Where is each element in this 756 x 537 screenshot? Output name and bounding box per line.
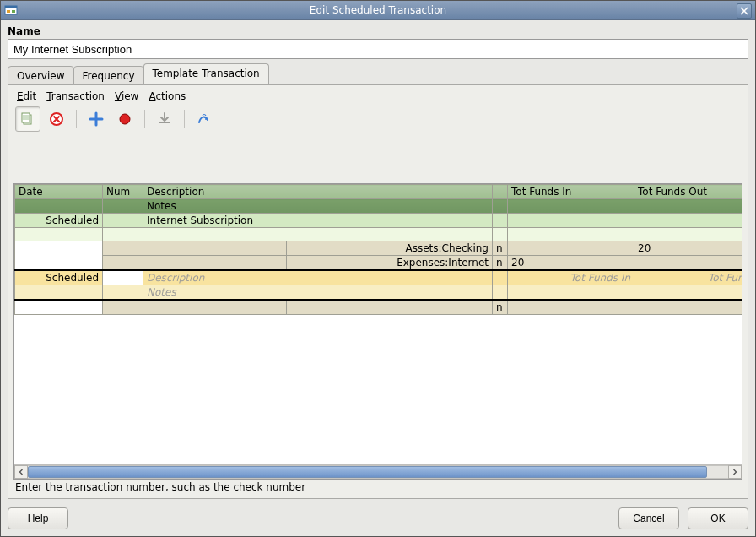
toolbar-duplicate-button[interactable] <box>15 106 40 132</box>
dialog-content: Name Overview Frequency Template Transac… <box>1 20 755 536</box>
window: Edit Scheduled Transaction Name Overview… <box>0 0 756 537</box>
split-row[interactable]: Expenses:Internet n 20 <box>15 256 742 271</box>
horizontal-scrollbar[interactable] <box>14 464 742 479</box>
titlebar: Edit Scheduled Transaction <box>1 1 755 20</box>
toolbar-add-split-button[interactable] <box>84 106 109 132</box>
svg-rect-1 <box>5 6 17 8</box>
cell-out[interactable]: Tot Funds Out <box>634 270 742 285</box>
cell-description[interactable]: Description <box>143 270 493 285</box>
col-tot-in[interactable]: Tot Funds In <box>508 185 634 199</box>
tx-row[interactable]: Scheduled Internet Subscription <box>15 214 742 228</box>
svg-rect-2 <box>7 10 10 13</box>
cell-out[interactable] <box>634 300 742 315</box>
split-row[interactable]: Assets:Checking n 20 <box>15 241 742 256</box>
cell-num[interactable] <box>103 270 143 285</box>
close-icon <box>740 7 748 15</box>
col-description[interactable]: Description <box>143 185 493 199</box>
cell-r[interactable] <box>493 214 508 228</box>
tab-overview[interactable]: Overview <box>8 66 74 85</box>
cell-account[interactable] <box>287 300 493 315</box>
cell-out[interactable] <box>634 214 742 228</box>
col-date[interactable]: Date <box>15 185 103 199</box>
col-num[interactable]: Num <box>103 185 143 199</box>
name-input[interactable] <box>8 39 748 59</box>
toolbar-separator <box>76 110 77 128</box>
ledger-scroll[interactable]: Date Num Description Tot Funds In Tot Fu… <box>14 184 742 464</box>
help-button[interactable]: Help <box>8 507 68 529</box>
delete-icon <box>48 111 65 127</box>
cell-r[interactable]: n <box>493 241 508 256</box>
cell-num[interactable] <box>103 214 143 228</box>
cell-in[interactable] <box>508 300 634 315</box>
col-r[interactable] <box>493 185 508 199</box>
duplicate-icon <box>19 111 36 127</box>
menubar: Edit Transaction View Actions <box>14 89 742 106</box>
name-label: Name <box>8 25 748 37</box>
hint-text: Enter the transaction number, such as th… <box>14 480 742 493</box>
button-row: Help Cancel OK <box>8 499 748 529</box>
add-split-icon <box>88 111 105 127</box>
menu-transaction[interactable]: Transaction <box>46 90 105 102</box>
tx-notes-row[interactable] <box>15 228 742 241</box>
scroll-left-button[interactable] <box>14 465 28 479</box>
cell-out[interactable] <box>634 256 742 271</box>
cell-in[interactable] <box>508 214 634 228</box>
toolbar-jump-button[interactable] <box>192 106 217 132</box>
cell-in[interactable] <box>508 241 634 256</box>
cell-date[interactable]: Scheduled <box>15 270 103 285</box>
cell-notes[interactable] <box>143 228 493 241</box>
cell-in[interactable]: 20 <box>508 256 634 271</box>
tab-page-template-transaction: Edit Transaction View Actions <box>8 84 748 499</box>
app-icon <box>4 3 18 17</box>
col-notes[interactable]: Notes <box>143 199 493 214</box>
tx-notes-row-blank[interactable]: Notes <box>15 285 742 301</box>
scroll-right-button[interactable] <box>728 465 742 479</box>
toolbar-record-button[interactable] <box>112 106 138 132</box>
toolbar-separator <box>144 110 145 128</box>
scroll-track[interactable] <box>28 465 728 479</box>
enter-icon <box>156 111 173 127</box>
tab-strip: Overview Frequency Template Transaction <box>8 64 748 84</box>
menu-edit[interactable]: Edit <box>17 90 36 102</box>
ledger-table: Date Num Description Tot Funds In Tot Fu… <box>14 184 742 315</box>
header-row: Date Num Description Tot Funds In Tot Fu… <box>15 185 742 199</box>
toolbar-delete-button[interactable] <box>44 106 69 132</box>
cell-r[interactable]: n <box>493 300 508 315</box>
ledger-empty-area <box>14 315 742 464</box>
scroll-thumb[interactable] <box>28 466 707 478</box>
cell-date[interactable]: Scheduled <box>15 214 103 228</box>
tx-row-blank[interactable]: Scheduled Description Tot Funds In Tot F… <box>15 270 742 285</box>
window-title: Edit Scheduled Transaction <box>310 4 446 16</box>
record-icon <box>116 111 133 127</box>
cancel-button[interactable]: Cancel <box>618 507 679 529</box>
cell-in[interactable]: Tot Funds In <box>508 270 634 285</box>
window-close-button[interactable] <box>737 3 752 19</box>
ledger: Date Num Description Tot Funds In Tot Fu… <box>14 183 742 480</box>
menu-actions[interactable]: Actions <box>148 90 186 102</box>
toolbar-enter-button[interactable] <box>152 106 177 132</box>
cell-account[interactable]: Expenses:Internet <box>287 256 493 271</box>
tab-frequency[interactable]: Frequency <box>73 66 144 85</box>
cell-account[interactable]: Assets:Checking <box>287 241 493 256</box>
toolbar-separator <box>184 110 185 128</box>
toolbar <box>14 106 742 134</box>
cell-out[interactable]: 20 <box>634 241 742 256</box>
split-row-blank[interactable]: n <box>15 300 742 315</box>
svg-rect-3 <box>12 10 15 13</box>
menu-view[interactable]: View <box>115 90 138 102</box>
header-row-2: Notes <box>15 199 742 214</box>
cell-r[interactable]: n <box>493 256 508 271</box>
cell-notes[interactable]: Notes <box>143 285 493 301</box>
jump-icon <box>196 111 213 127</box>
tab-template-transaction[interactable]: Template Transaction <box>143 63 269 84</box>
chevron-left-icon <box>18 469 24 475</box>
ok-button[interactable]: OK <box>688 507 748 529</box>
chevron-right-icon <box>732 469 738 475</box>
cell-description[interactable]: Internet Subscription <box>143 214 493 228</box>
col-tot-out[interactable]: Tot Funds Out <box>634 185 742 199</box>
